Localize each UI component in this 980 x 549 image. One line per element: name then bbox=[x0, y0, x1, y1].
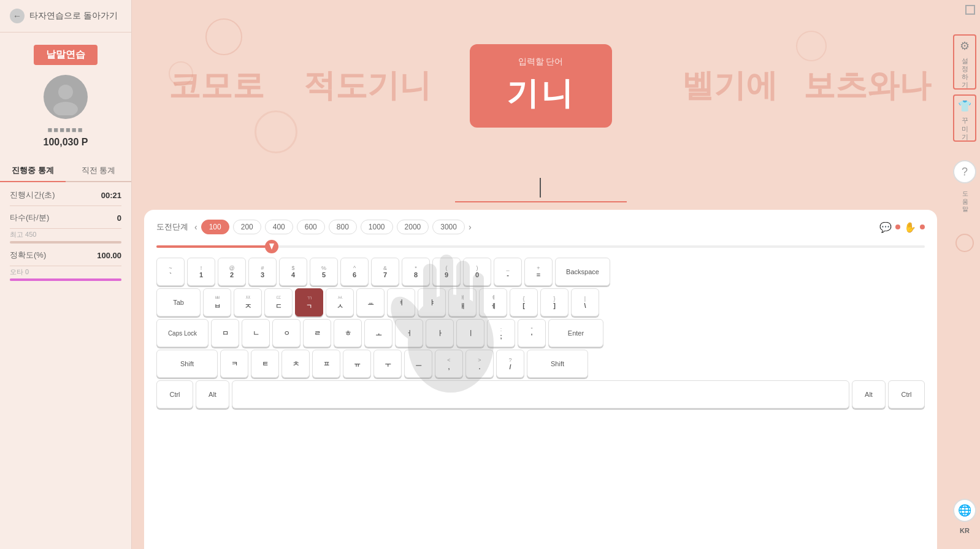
key-alt-left[interactable]: Alt bbox=[196, 380, 229, 409]
level-btn-800[interactable]: 800 bbox=[329, 220, 357, 234]
level-icons: 💬 ✋ bbox=[879, 221, 925, 233]
key-5[interactable]: %5 bbox=[310, 258, 338, 286]
level-next-btn[interactable]: › bbox=[469, 222, 472, 232]
key-u[interactable]: ㅕ bbox=[387, 288, 415, 317]
key-d[interactable]: ㅇ bbox=[272, 319, 301, 347]
key-r[interactable]: ㄲㄱ bbox=[295, 288, 323, 317]
back-label: 타자연습으로 돌아가기 bbox=[29, 10, 118, 21]
stat-value-time: 00:21 bbox=[101, 191, 121, 200]
key-backslash[interactable]: |\ bbox=[571, 288, 599, 317]
level-btn-200[interactable]: 200 bbox=[233, 220, 261, 234]
key-tilde[interactable]: ~` bbox=[156, 258, 185, 286]
back-button[interactable]: ← 타자연습으로 돌아가기 bbox=[0, 0, 131, 33]
key-alt-right[interactable]: Alt bbox=[852, 380, 886, 409]
key-enter[interactable]: Enter bbox=[548, 319, 603, 347]
settings-box[interactable]: ⚙ 설정하기 bbox=[953, 34, 976, 90]
stat-row-accuracy: 정확도(%) 100.00 bbox=[10, 250, 121, 266]
key-p[interactable]: ㅖㅔ bbox=[479, 288, 507, 317]
level-btn-100[interactable]: 100 bbox=[201, 220, 229, 234]
key-c[interactable]: ㅊ bbox=[281, 350, 310, 378]
key-row-bottom: Ctrl Alt Alt Ctrl bbox=[156, 380, 925, 409]
chat-icon-btn[interactable]: 💬 bbox=[879, 221, 892, 233]
key-comma[interactable]: <, bbox=[435, 350, 463, 378]
key-x[interactable]: ㅌ bbox=[251, 350, 279, 378]
sidebar: ← 타자연습으로 돌아가기 낱말연습 ■■■■■■ 100,030 P 진행중 … bbox=[0, 0, 132, 549]
key-quote[interactable]: "' bbox=[518, 319, 546, 347]
key-m[interactable]: ㅡ bbox=[404, 350, 432, 378]
key-y[interactable]: ㅛ bbox=[356, 288, 385, 317]
key-8[interactable]: *8 bbox=[402, 258, 430, 286]
typing-input-container bbox=[443, 178, 639, 198]
key-3[interactable]: #3 bbox=[248, 258, 277, 286]
tab-current-stats[interactable]: 진행중 통계 bbox=[0, 160, 66, 182]
tab-previous-stats[interactable]: 직전 통계 bbox=[66, 160, 131, 182]
key-slash[interactable]: ?/ bbox=[496, 350, 524, 378]
key-period[interactable]: >. bbox=[465, 350, 494, 378]
key-minus[interactable]: _- bbox=[494, 258, 522, 286]
key-l[interactable]: ㅣ bbox=[456, 319, 484, 347]
key-equals[interactable]: += bbox=[524, 258, 553, 286]
key-g[interactable]: ㅎ bbox=[334, 319, 362, 347]
key-6[interactable]: ^6 bbox=[340, 258, 369, 286]
stat-block-speed: 타수(타/분) 0 최고 450 bbox=[10, 212, 121, 244]
key-bracket-open[interactable]: {[ bbox=[510, 288, 538, 317]
level-btn-1000[interactable]: 1000 bbox=[361, 220, 393, 234]
typing-underline bbox=[455, 201, 627, 202]
level-btn-2000[interactable]: 2000 bbox=[397, 220, 429, 234]
key-9[interactable]: (9 bbox=[432, 258, 461, 286]
key-ctrl-left[interactable]: Ctrl bbox=[156, 380, 193, 409]
decorate-box[interactable]: 👕 꾸미기 bbox=[953, 94, 976, 142]
right-panel-inner: ⚙ 설정하기 👕 꾸미기 ? 도움말 bbox=[953, 34, 976, 252]
key-n[interactable]: ㅜ bbox=[373, 350, 402, 378]
globe-icon: 🌐 bbox=[958, 504, 971, 517]
avatar bbox=[44, 75, 88, 119]
key-e[interactable]: ㄸㄷ bbox=[264, 288, 293, 317]
key-q[interactable]: ㅃㅂ bbox=[203, 288, 231, 317]
key-w[interactable]: ㅉㅈ bbox=[234, 288, 262, 317]
key-2[interactable]: @2 bbox=[218, 258, 246, 286]
key-v[interactable]: ㅍ bbox=[312, 350, 340, 378]
key-1[interactable]: !1 bbox=[187, 258, 215, 286]
key-j[interactable]: ㅓ bbox=[395, 319, 423, 347]
key-h[interactable]: ㅗ bbox=[364, 319, 392, 347]
level-btn-3000[interactable]: 3000 bbox=[432, 220, 465, 234]
key-row-numbers: ~` !1 @2 #3 $4 %5 ^6 &7 *8 (9 )0 _- += B… bbox=[156, 258, 925, 286]
key-ctrl-right[interactable]: Ctrl bbox=[888, 380, 925, 409]
key-shift-left[interactable]: Shift bbox=[156, 350, 218, 378]
key-row-zxcv: Shift ㅋ ㅌ ㅊ ㅍ ㅠ ㅜ ㅡ <, >. ?/ Shift bbox=[156, 350, 925, 378]
username: ■■■■■■ bbox=[47, 125, 83, 134]
progress-slider[interactable] bbox=[156, 243, 925, 250]
stat-label-time: 진행시간(초) bbox=[10, 190, 55, 201]
key-shift-right[interactable]: Shift bbox=[527, 350, 588, 378]
level-prev-btn[interactable]: ‹ bbox=[194, 222, 197, 232]
lang-label: KR bbox=[953, 527, 976, 534]
key-tab[interactable]: Tab bbox=[156, 288, 201, 317]
minimize-btn[interactable] bbox=[965, 5, 975, 15]
level-btn-400[interactable]: 400 bbox=[265, 220, 293, 234]
hand-icon-btn[interactable]: ✋ bbox=[904, 221, 916, 233]
word-card: 입력할 단어 기니 bbox=[470, 44, 612, 128]
key-a[interactable]: ㅁ bbox=[211, 319, 239, 347]
key-z[interactable]: ㅋ bbox=[220, 350, 248, 378]
key-caps-lock[interactable]: Caps Lock bbox=[156, 319, 209, 347]
level-btn-600[interactable]: 600 bbox=[297, 220, 325, 234]
stats-list: 진행시간(초) 00:21 타수(타/분) 0 최고 450 정확도(%) 10… bbox=[0, 182, 131, 288]
key-f[interactable]: ㄹ bbox=[303, 319, 331, 347]
key-o[interactable]: ㅒㅐ bbox=[448, 288, 477, 317]
key-4[interactable]: $4 bbox=[279, 258, 307, 286]
lang-btn[interactable]: 🌐 bbox=[953, 499, 976, 522]
key-bracket-close[interactable]: }] bbox=[540, 288, 568, 317]
key-space[interactable] bbox=[232, 380, 849, 409]
key-k[interactable]: ㅏ bbox=[426, 319, 454, 347]
key-7[interactable]: &7 bbox=[371, 258, 399, 286]
key-i[interactable]: ㅑ bbox=[418, 288, 446, 317]
key-s[interactable]: ㄴ bbox=[242, 319, 270, 347]
key-t[interactable]: ㅆㅅ bbox=[326, 288, 354, 317]
key-semicolon[interactable]: :; bbox=[487, 319, 515, 347]
key-backspace[interactable]: Backspace bbox=[555, 258, 610, 286]
key-0[interactable]: )0 bbox=[463, 258, 491, 286]
help-btn[interactable]: ? bbox=[953, 160, 976, 183]
progress-fill bbox=[156, 245, 272, 248]
key-b[interactable]: ㅠ bbox=[343, 350, 371, 378]
stat-label-speed: 타수(타/분) bbox=[10, 212, 49, 223]
